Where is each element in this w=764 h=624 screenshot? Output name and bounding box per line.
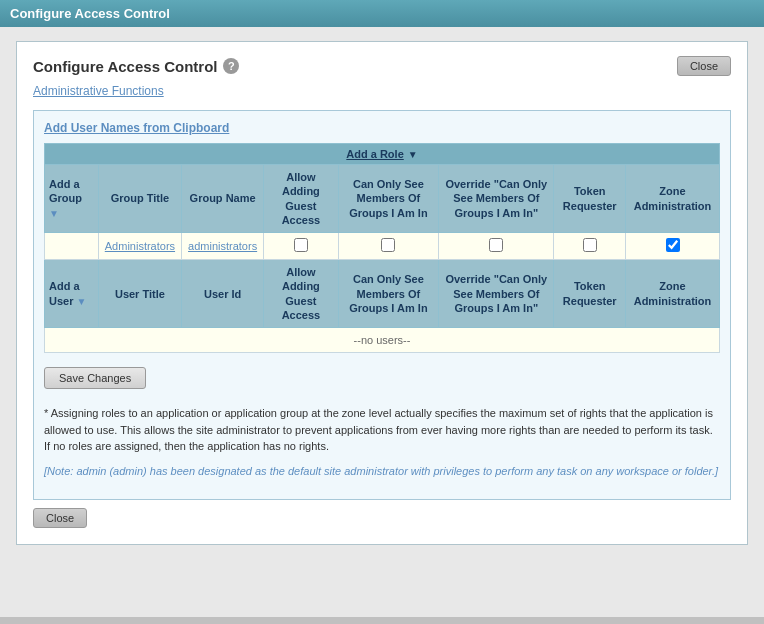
col-user-can-only: Can Only See Members Of Groups I Am In bbox=[338, 260, 438, 328]
col-user-allow-guest: Allow Adding Guest Access bbox=[264, 260, 339, 328]
group-zone-admin-checkbox[interactable] bbox=[666, 238, 680, 252]
group-override-checkbox[interactable] bbox=[489, 238, 503, 252]
dialog-title-text: Configure Access Control bbox=[33, 58, 217, 75]
col-group-name: Group Name bbox=[182, 165, 264, 233]
col-token: Token Requester bbox=[554, 165, 626, 233]
col-user-override: Override "Can Only See Members Of Groups… bbox=[439, 260, 554, 328]
add-group-funnel: ▼ bbox=[49, 208, 59, 219]
add-role-label[interactable]: Add a Role bbox=[346, 148, 403, 160]
dialog-header: Configure Access Control ? Close bbox=[33, 56, 731, 76]
no-users-row: --no users-- bbox=[45, 328, 720, 353]
close-button-top[interactable]: Close bbox=[677, 56, 731, 76]
col-user-id: User Id bbox=[182, 260, 264, 328]
add-group-header[interactable]: Add a Group ▼ bbox=[45, 165, 99, 233]
dialog-title: Configure Access Control ? bbox=[33, 58, 239, 75]
group-data-row: Administrators administrators bbox=[45, 233, 720, 260]
no-users-cell: --no users-- bbox=[45, 328, 720, 353]
group-token-checkbox-cell bbox=[554, 233, 626, 260]
group-token-checkbox[interactable] bbox=[583, 238, 597, 252]
group-title-cell[interactable]: Administrators bbox=[98, 233, 181, 260]
col-zone-admin: Zone Administration bbox=[626, 165, 720, 233]
col-group-title: Group Title bbox=[98, 165, 181, 233]
inner-panel: Add User Names from Clipboard Add a Role… bbox=[33, 110, 731, 500]
group-can-only-checkbox[interactable] bbox=[381, 238, 395, 252]
col-user-zone-admin: Zone Administration bbox=[626, 260, 720, 328]
dialog-box: Configure Access Control ? Close Adminis… bbox=[16, 41, 748, 545]
group-col-header-row: Add a Group ▼ Group Title Group Name All… bbox=[45, 165, 720, 233]
title-bar-label: Configure Access Control bbox=[10, 6, 170, 21]
access-control-table: Add a Role ▼ Add a Group ▼ Group Title G… bbox=[44, 143, 720, 353]
col-user-token: Token Requester bbox=[554, 260, 626, 328]
group-name-cell[interactable]: administrators bbox=[182, 233, 264, 260]
main-note: * Assigning roles to an application or a… bbox=[44, 405, 720, 455]
add-user-header[interactable]: Add a User ▼ bbox=[45, 260, 99, 328]
close-button-bottom[interactable]: Close bbox=[33, 508, 87, 528]
user-col-header-row: Add a User ▼ User Title User Id Allow Ad… bbox=[45, 260, 720, 328]
title-bar: Configure Access Control bbox=[0, 0, 764, 27]
group-allow-guest-checkbox-cell bbox=[264, 233, 339, 260]
add-user-funnel: ▼ bbox=[77, 296, 87, 307]
save-changes-btn[interactable]: Save Changes bbox=[44, 353, 720, 405]
group-row-empty bbox=[45, 233, 99, 260]
add-group-label[interactable]: Add a Group bbox=[49, 178, 82, 204]
group-zone-admin-checkbox-cell bbox=[626, 233, 720, 260]
add-user-label[interactable]: Add a User bbox=[49, 280, 80, 306]
col-can-only: Can Only See Members Of Groups I Am In bbox=[338, 165, 438, 233]
admin-functions-link[interactable]: Administrative Functions bbox=[33, 84, 731, 98]
help-icon[interactable]: ? bbox=[223, 58, 239, 74]
group-allow-guest-checkbox[interactable] bbox=[294, 238, 308, 252]
main-content: Configure Access Control ? Close Adminis… bbox=[0, 27, 764, 617]
col-override: Override "Can Only See Members Of Groups… bbox=[439, 165, 554, 233]
save-button[interactable]: Save Changes bbox=[44, 367, 146, 389]
col-allow-guest: Allow Adding Guest Access bbox=[264, 165, 339, 233]
group-can-only-checkbox-cell bbox=[338, 233, 438, 260]
app-window: Configure Access Control Configure Acces… bbox=[0, 0, 764, 617]
add-role-funnel-icon: ▼ bbox=[408, 149, 418, 160]
italic-note: [Note: admin (admin) has been designated… bbox=[44, 463, 720, 480]
add-role-row: Add a Role ▼ bbox=[45, 144, 720, 165]
add-clipboard-link[interactable]: Add User Names from Clipboard bbox=[44, 121, 720, 135]
col-user-title: User Title bbox=[98, 260, 181, 328]
group-override-checkbox-cell bbox=[439, 233, 554, 260]
notes-section: * Assigning roles to an application or a… bbox=[44, 405, 720, 479]
